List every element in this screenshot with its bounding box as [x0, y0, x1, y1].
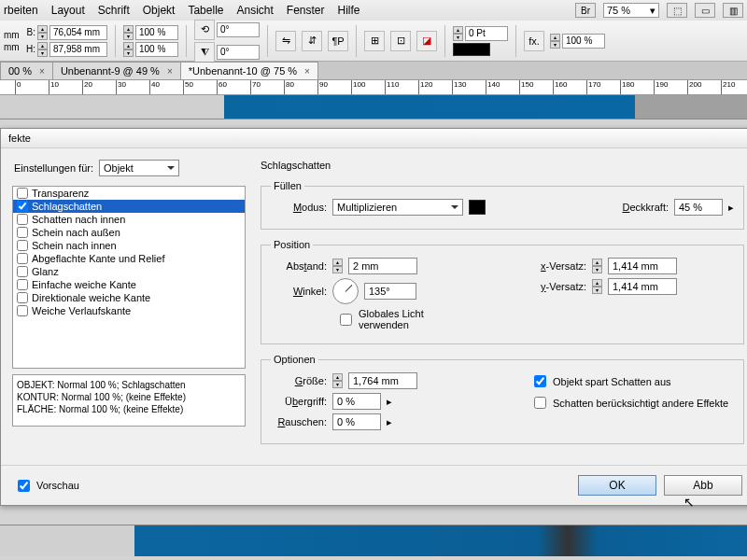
list-item[interactable]: Einfache weiche Kante	[13, 278, 245, 291]
cancel-button[interactable]: Abb	[664, 475, 742, 496]
spread-field[interactable]	[332, 393, 381, 410]
scale-y-field[interactable]	[135, 42, 178, 57]
bridge-button[interactable]: Br	[575, 3, 596, 18]
shear-icon: ⧨	[194, 42, 215, 63]
list-item[interactable]: Abgeflachte Kante und Relief	[13, 252, 245, 265]
menu-schrift[interactable]: Schrift	[98, 4, 130, 17]
fx-opacity-field[interactable]	[562, 34, 605, 49]
ruler-horizontal[interactable]: 0102030405060708090100110120130140150160…	[0, 80, 747, 95]
blend-mode-combo[interactable]: Multiplizieren	[332, 199, 463, 216]
options-group: Optionen Größe:▴▾ Übergriff:▸ Rauschen:▸…	[261, 354, 744, 444]
size-field[interactable]	[348, 372, 417, 389]
angle-label: Winkel:	[271, 286, 327, 297]
stroke-spinner[interactable]: ▴▾	[453, 26, 463, 41]
menu-layout[interactable]: Layout	[51, 4, 85, 17]
height-spinner[interactable]: ▴▾	[37, 42, 48, 57]
stroke-style-swatch[interactable]	[453, 43, 490, 56]
list-item[interactable]: Glanz	[13, 265, 245, 278]
menu-fenster[interactable]: Fenster	[287, 4, 325, 17]
effect-checkbox[interactable]	[17, 214, 28, 225]
distance-field[interactable]	[348, 258, 417, 274]
warning-icon[interactable]: ◪	[416, 31, 437, 51]
scale-x-field[interactable]	[135, 25, 178, 40]
document-canvas-top	[0, 95, 747, 119]
knockout-checkbox[interactable]	[534, 375, 546, 387]
effects-list[interactable]: TransparenzSchlagschattenSchatten nach i…	[12, 186, 246, 369]
effect-checkbox[interactable]	[17, 253, 28, 264]
opacity-field[interactable]	[674, 199, 723, 216]
tab-doc-0[interactable]: 00 %×	[0, 62, 53, 79]
menubar: rbeiten Layout Schrift Objekt Tabelle An…	[0, 0, 747, 21]
status-summary: OBJEKT: Normal 100 %; Schlagschatten KON…	[12, 374, 246, 427]
flip-h-icon[interactable]: ⇋	[275, 31, 296, 51]
paragraph-icon[interactable]: ¶P	[328, 31, 348, 51]
width-field[interactable]	[49, 25, 107, 40]
settings-for-combo[interactable]: Objekt	[99, 160, 179, 176]
menu-hilfe[interactable]: Hilfe	[338, 4, 360, 17]
list-item[interactable]: Weiche Verlaufskante	[13, 304, 245, 317]
list-item[interactable]: Schatten nach innen	[13, 213, 245, 226]
opacity-flyout-icon[interactable]: ▸	[728, 202, 734, 214]
angle-dial[interactable]	[332, 278, 359, 304]
effect-checkbox[interactable]	[17, 279, 28, 290]
list-item[interactable]: Direktionale weiche Kante	[13, 291, 245, 304]
shadow-color-swatch[interactable]	[469, 200, 486, 215]
effect-checkbox[interactable]	[17, 266, 28, 277]
y-offset-field[interactable]	[608, 278, 677, 295]
x-offset-spinner[interactable]: ▴▾	[592, 259, 602, 273]
rotate-icon: ⟲	[194, 20, 215, 40]
width-spinner[interactable]: ▴▾	[37, 25, 48, 40]
list-item[interactable]: Transparenz	[13, 187, 245, 200]
effect-checkbox[interactable]	[17, 240, 28, 251]
effect-checkbox[interactable]	[17, 227, 28, 238]
distance-spinner[interactable]: ▴▾	[332, 259, 343, 273]
section-title: Schlagschatten	[261, 160, 744, 171]
flip-v-icon[interactable]: ⇵	[302, 31, 322, 51]
arrange-icon[interactable]: ▭	[695, 3, 715, 18]
tab-doc-1[interactable]: Unbenannt-9 @ 49 %×	[52, 62, 181, 79]
list-item[interactable]: Schein nach innen	[13, 239, 245, 252]
screen-mode-icon[interactable]: ⬚	[667, 3, 687, 18]
ok-button[interactable]: OK	[578, 475, 656, 496]
fx-spinner[interactable]: ▴▾	[550, 34, 560, 49]
size-spinner[interactable]: ▴▾	[332, 373, 343, 388]
workspace-icon[interactable]: ▥	[723, 3, 743, 18]
effect-checkbox[interactable]	[17, 305, 28, 316]
sy-spinner[interactable]: ▴▾	[123, 42, 134, 57]
rotate-field[interactable]	[217, 22, 260, 37]
zoom-combo[interactable]: 75 %▾	[603, 3, 659, 18]
height-field[interactable]	[49, 42, 107, 57]
shear-field[interactable]	[217, 45, 260, 60]
close-icon[interactable]: ×	[304, 66, 310, 77]
noise-field[interactable]	[332, 413, 381, 430]
preview-checkbox[interactable]	[18, 480, 30, 492]
list-item[interactable]: Schein nach außen	[13, 226, 245, 239]
select-content-icon[interactable]: ⊡	[390, 31, 411, 51]
menu-objekt[interactable]: Objekt	[143, 4, 176, 17]
menu-tabelle[interactable]: Tabelle	[188, 4, 223, 17]
a-label2: mm	[4, 42, 17, 52]
fx-icon[interactable]: fx.	[524, 31, 544, 51]
close-icon[interactable]: ×	[39, 66, 45, 77]
list-item[interactable]: Schlagschatten	[13, 200, 245, 213]
y-offset-spinner[interactable]: ▴▾	[592, 279, 602, 294]
x-offset-label: x-Versatz:	[530, 260, 586, 272]
effect-checkbox[interactable]	[17, 201, 28, 212]
honors-effects-checkbox[interactable]	[534, 397, 546, 409]
control-toolbar: mm mm B:▴▾ H:▴▾ ▴▾ ▴▾ ⟲ ⧨ ⇋ ⇵ ¶P ⊞ ⊡ ◪ ▴…	[0, 21, 747, 62]
menu-bearbeiten[interactable]: rbeiten	[4, 4, 38, 17]
global-light-checkbox[interactable]	[340, 314, 352, 326]
close-icon[interactable]: ×	[167, 66, 173, 77]
x-offset-field[interactable]	[608, 258, 677, 274]
y-offset-label: y-Versatz:	[530, 281, 586, 292]
effect-checkbox[interactable]	[17, 292, 28, 303]
fill-group: Füllen MModus:odus: Multiplizieren Deckk…	[261, 180, 744, 230]
tab-doc-2[interactable]: *Unbenannt-10 @ 75 %×	[180, 62, 318, 79]
select-container-icon[interactable]: ⊞	[364, 31, 385, 51]
noise-label: Rauschen:	[271, 416, 327, 427]
effect-checkbox[interactable]	[17, 188, 28, 199]
menu-ansicht[interactable]: Ansicht	[236, 4, 273, 17]
angle-field[interactable]	[364, 283, 416, 300]
sx-spinner[interactable]: ▴▾	[123, 25, 134, 40]
stroke-weight-field[interactable]	[465, 26, 508, 41]
